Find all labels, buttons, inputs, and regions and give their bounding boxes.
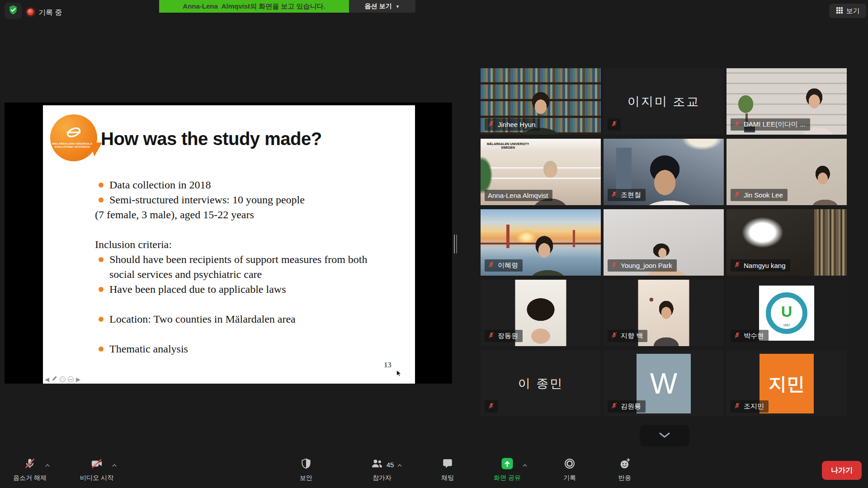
- chevron-up-icon[interactable]: [111, 462, 118, 470]
- slide-bullet-row: Have been placed due to applicable laws: [99, 282, 382, 297]
- participant-tile[interactable]: Namgyu kang: [726, 209, 847, 276]
- chevron-up-icon[interactable]: [44, 462, 51, 470]
- shield-check-icon: [8, 5, 19, 17]
- participant-nameplate: 조현철: [608, 189, 646, 201]
- toolbar-chat-button[interactable]: 채팅: [420, 457, 475, 482]
- security-shield-icon: [300, 457, 312, 472]
- participant-name: Anna-Lena Almqvist: [488, 192, 548, 199]
- slide-bullet-row: Inclusion criteria:: [95, 237, 382, 252]
- toolbar-mic-label: 음소거 해제: [13, 474, 47, 482]
- participant-nameplate: Jin Sook Lee: [731, 189, 788, 201]
- participant-tile[interactable]: MÄLARDALEN UNIVERSITY SWEDENAnna-Lena Al…: [481, 139, 601, 205]
- bullet-dot-icon: [99, 183, 104, 188]
- participant-tile[interactable]: Young_joon Park: [604, 209, 724, 276]
- participant-tile[interactable]: W김원룡: [604, 350, 724, 417]
- cursor-icon: [396, 370, 402, 379]
- security-shield-button[interactable]: [5, 3, 22, 19]
- participant-tile[interactable]: 조현철: [604, 139, 724, 205]
- chevron-up-icon[interactable]: [522, 462, 528, 470]
- leave-button[interactable]: 나가기: [822, 461, 862, 480]
- muted-mic-icon: [611, 120, 618, 129]
- participant-name: 조지민: [744, 402, 764, 411]
- muted-mic-icon: [611, 332, 618, 340]
- portrait-video-strip: [515, 280, 566, 346]
- participant-tile[interactable]: 지향 백: [604, 280, 724, 346]
- participant-nameplate: [608, 118, 621, 131]
- toolbar-video-button[interactable]: 비디오 시작: [70, 457, 124, 482]
- view-options-button[interactable]: 옵션 보기 ▼: [349, 0, 415, 13]
- muted-mic-icon: [611, 402, 618, 411]
- slide-bullet-row: Thematic analysis: [99, 342, 382, 357]
- toolbar-record-button[interactable]: 기록: [542, 457, 597, 482]
- participant-tile[interactable]: 이 종민: [481, 350, 601, 417]
- slide-logo: MÄLARDALENS HÖGSKOLA ESKILSTUNA VÄSTERÅS: [50, 114, 97, 161]
- bullet-dot-icon: [99, 287, 104, 292]
- participant-nameplate: Namgyu kang: [731, 259, 790, 272]
- toolbar-record-label: 기록: [563, 474, 576, 482]
- slide-bullet-row: (7 female, 3 male), aged 15-22 years: [95, 207, 382, 222]
- mic-muted-icon: [24, 457, 36, 472]
- toolbar-icon-row: [24, 457, 36, 472]
- participant-nameplate: Young_joon Park: [608, 259, 677, 272]
- next-arrow-icon: ▶: [76, 376, 80, 383]
- university-watermark: MÄLARDALEN UNIVERSITY SWEDEN: [487, 142, 529, 150]
- view-layout-button[interactable]: 보기: [829, 4, 866, 18]
- slide-bullet-row: Location: Two counties in Mälardalen are…: [99, 312, 382, 327]
- participant-nameplate: 장동원: [485, 330, 523, 342]
- participant-name-center: 이 종민: [481, 350, 601, 417]
- toolbar-icon-row: [618, 457, 631, 472]
- participant-tile[interactable]: 이지미 조교: [604, 68, 724, 135]
- participant-name: Jinhee Hyun: [498, 121, 535, 128]
- participant-name: DAMI LEE(이다미 ...: [744, 120, 806, 129]
- toolbar-share-label: 화면 공유: [494, 474, 521, 482]
- participant-name: 지향 백: [621, 332, 643, 340]
- grid-view-icon: [836, 7, 843, 15]
- slide-bullet-text: Semi-structured interviews: 10 young peo…: [109, 192, 305, 207]
- slide-bullet-text: Have been placed due to applicable laws: [109, 282, 286, 297]
- bullet-dot-icon: [99, 317, 104, 322]
- participant-tile[interactable]: 이혜령: [481, 209, 601, 276]
- participant-tile[interactable]: U1967박수현: [726, 280, 847, 346]
- participant-nameplate: 박수현: [731, 330, 769, 342]
- toolbar-security-button[interactable]: 보안: [279, 457, 333, 482]
- participant-nameplate: 이혜령: [485, 259, 523, 272]
- participant-nameplate: 지향 백: [608, 330, 647, 342]
- recording-label: 기록 중: [38, 8, 62, 18]
- participant-tile[interactable]: Jin Sook Lee: [726, 139, 847, 205]
- muted-mic-icon: [734, 191, 741, 199]
- muted-mic-icon: [734, 120, 741, 129]
- toolbar-mic-button[interactable]: 음소거 해제: [3, 457, 57, 482]
- participant-nameplate: 김원룡: [608, 400, 646, 413]
- toolbar-reactions-button[interactable]: 반응: [598, 457, 652, 482]
- panel-resize-handle[interactable]: [454, 235, 458, 253]
- participant-name: 장동원: [498, 332, 518, 340]
- chevron-down-icon: [659, 432, 670, 440]
- participants-icon: [370, 457, 384, 472]
- participant-tile[interactable]: 지민조지민: [726, 350, 847, 417]
- association-logo-ring: U1967: [766, 292, 807, 334]
- bullet-dot-icon: [99, 347, 104, 352]
- participant-name: Namgyu kang: [744, 262, 786, 269]
- slide-bullet-row: Data collection in 2018: [99, 178, 382, 192]
- slide-bullet-row: Semi-structured interviews: 10 young peo…: [99, 192, 382, 207]
- toolbar-participants-button[interactable]: 45참가자: [355, 457, 409, 482]
- chevron-up-icon[interactable]: [396, 462, 403, 470]
- participant-tile[interactable]: DAMI LEE(이다미 ...: [726, 68, 847, 135]
- toolbar-icon-row: 45: [370, 457, 394, 472]
- collapse-gallery-button[interactable]: [640, 425, 689, 446]
- slide-bullet-text: Location: Two counties in Mälardalen are…: [109, 312, 296, 327]
- slide-bullet-list: Data collection in 2018Semi-structured i…: [99, 178, 382, 357]
- slide-logo-text: MÄLARDALENS HÖGSKOLA ESKILSTUNA VÄSTERÅS: [50, 142, 94, 149]
- participant-tile[interactable]: Jinhee Hyun: [481, 68, 601, 135]
- more-options-icon: •••: [68, 376, 74, 382]
- participant-tile[interactable]: 장동원: [481, 280, 601, 346]
- prev-arrow-icon: ◀: [45, 376, 49, 383]
- chat-icon: [442, 457, 453, 472]
- participant-name: 이혜령: [498, 261, 518, 270]
- toolbar-icon-row: [300, 457, 312, 472]
- chevron-down-icon: ▼: [395, 4, 400, 9]
- participants-count: 45: [387, 461, 394, 469]
- viewing-screen-banner: Anna-Lena Almqvist의 화면을 보고 있습니다.: [159, 0, 349, 13]
- toolbar-reactions-label: 반응: [618, 474, 631, 482]
- toolbar-share-button[interactable]: 화면 공유: [480, 457, 534, 482]
